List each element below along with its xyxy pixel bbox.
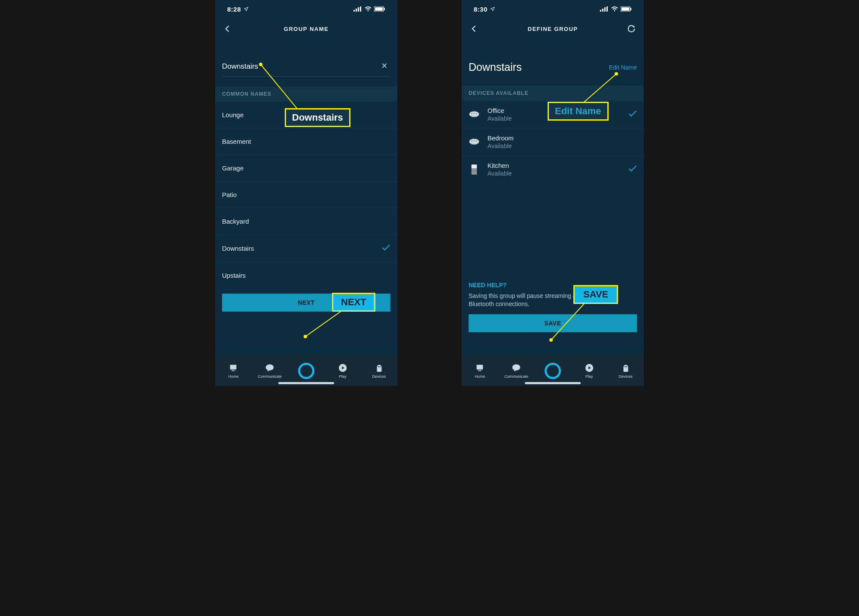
device-row[interactable]: Office Available: [462, 101, 644, 128]
alexa-ring-icon: [298, 363, 314, 379]
tab-communicate[interactable]: Communicate: [255, 363, 285, 379]
status-bar: 8:30: [462, 0, 644, 18]
svg-rect-6: [375, 7, 383, 11]
signal-icon: [600, 6, 609, 12]
clear-input-button[interactable]: [378, 60, 390, 73]
help-body: Saving this group will pause streaming a…: [462, 288, 644, 308]
svg-point-21: [614, 10, 615, 12]
help-title: NEED HELP?: [462, 282, 644, 288]
play-icon: [585, 363, 594, 373]
nav-title: DEFINE GROUP: [528, 26, 578, 32]
list-item[interactable]: Downstairs: [215, 235, 397, 262]
checkmark-icon: [382, 244, 390, 252]
tab-label: Communicate: [504, 374, 528, 379]
section-header-common-names: COMMON NAMES: [215, 86, 397, 102]
signal-icon: [353, 6, 362, 12]
edit-name-link[interactable]: Edit Name: [609, 64, 637, 71]
back-button[interactable]: [468, 22, 481, 35]
tab-home[interactable]: Home: [218, 363, 248, 379]
tab-alexa[interactable]: [538, 363, 568, 379]
chat-icon: [265, 363, 274, 373]
status-time: 8:28: [227, 6, 241, 13]
play-icon: [338, 363, 347, 373]
list-item[interactable]: Patio: [215, 182, 397, 208]
list-item-label: Upstairs: [222, 272, 246, 279]
svg-rect-19: [604, 7, 606, 12]
refresh-button[interactable]: [625, 22, 638, 35]
nav-bar: GROUP NAME: [215, 18, 397, 39]
chat-icon: [512, 363, 521, 373]
device-name: Bedroom: [487, 134, 637, 142]
list-item[interactable]: Garage: [215, 155, 397, 182]
svg-point-42: [475, 171, 475, 172]
refresh-icon: [627, 24, 636, 33]
tab-devices[interactable]: Devices: [611, 363, 641, 379]
svg-rect-24: [631, 8, 631, 10]
echo-show-icon: [469, 164, 480, 175]
tab-label: Devices: [619, 374, 633, 379]
svg-rect-17: [600, 10, 601, 12]
svg-point-16: [379, 366, 380, 367]
save-button[interactable]: SAVE: [469, 314, 637, 332]
device-status: Available: [487, 143, 637, 149]
tab-alexa[interactable]: [291, 363, 321, 379]
svg-rect-35: [472, 164, 477, 168]
svg-point-50: [624, 366, 625, 367]
devices-icon: [621, 363, 631, 373]
home-indicator[interactable]: [278, 382, 334, 384]
device-name: Kitchen: [487, 162, 621, 169]
tab-devices[interactable]: Devices: [364, 363, 394, 379]
list-item[interactable]: Upstairs: [215, 262, 397, 288]
svg-point-4: [368, 10, 369, 12]
echo-dot-icon: [469, 109, 480, 120]
list-item-label: Downstairs: [222, 245, 254, 252]
group-name-value: Downstairs: [222, 62, 378, 71]
svg-point-11: [304, 335, 307, 338]
wifi-icon: [611, 6, 618, 12]
status-bar: 8:28: [215, 0, 397, 18]
svg-point-27: [472, 113, 472, 114]
list-item-label: Backyard: [222, 218, 249, 225]
status-time: 8:30: [474, 6, 487, 13]
tab-label: Devices: [372, 374, 386, 379]
device-status: Available: [487, 170, 621, 177]
nav-bar: DEFINE GROUP: [462, 18, 644, 39]
wifi-icon: [365, 6, 372, 12]
tab-play[interactable]: Play: [574, 363, 604, 379]
list-item-label: Patio: [222, 191, 237, 198]
home-indicator[interactable]: [525, 382, 581, 384]
tab-home[interactable]: Home: [465, 363, 495, 379]
device-row[interactable]: Kitchen Available: [462, 156, 644, 183]
device-name: Office: [487, 107, 621, 114]
nav-title: GROUP NAME: [284, 26, 329, 32]
svg-rect-0: [353, 10, 355, 12]
checkmark-icon: [628, 165, 637, 174]
svg-rect-47: [477, 364, 483, 369]
next-button[interactable]: NEXT: [222, 294, 390, 312]
svg-rect-23: [621, 7, 629, 11]
back-button[interactable]: [221, 22, 234, 35]
list-item[interactable]: Lounge: [215, 102, 397, 128]
group-name-input[interactable]: Downstairs: [222, 60, 390, 77]
battery-icon: [621, 6, 632, 12]
svg-point-34: [476, 140, 477, 141]
svg-rect-36: [472, 168, 477, 174]
svg-rect-7: [384, 8, 385, 10]
group-title: Downstairs: [469, 61, 522, 73]
tab-label: Home: [228, 374, 238, 379]
devices-list: Office Available Bedroom Available: [462, 101, 644, 183]
svg-rect-2: [358, 7, 359, 12]
svg-point-37: [473, 170, 473, 170]
svg-point-46: [549, 338, 553, 342]
tab-communicate[interactable]: Communicate: [501, 363, 531, 379]
devices-icon: [375, 363, 384, 373]
svg-rect-3: [360, 6, 361, 12]
status-icons: [353, 6, 385, 12]
location-arrow-icon: [490, 6, 495, 13]
list-item[interactable]: Basement: [215, 128, 397, 155]
device-status: Available: [487, 115, 621, 122]
home-icon: [475, 363, 484, 373]
list-item[interactable]: Backyard: [215, 208, 397, 235]
tab-play[interactable]: Play: [328, 363, 358, 379]
device-row[interactable]: Bedroom Available: [462, 128, 644, 156]
